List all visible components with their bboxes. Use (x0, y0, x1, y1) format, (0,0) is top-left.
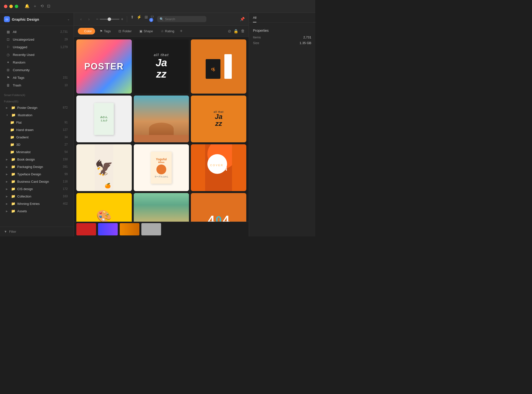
grid-item-jazz[interactable]: all that Jazz (134, 39, 189, 94)
sidebar-item-uncategorized[interactable]: ⊡ Uncategorized 29 (2, 36, 72, 43)
sidebar-item-community[interactable]: ⊞ Community (2, 66, 72, 74)
sidebar-item-all-tags[interactable]: ⚑ All Tags 151 (2, 74, 72, 81)
folder-gradient[interactable]: 📁 Gradient 34 (2, 134, 72, 141)
sidebar-item-all[interactable]: ▦ All 2,731 (2, 28, 72, 35)
folder-icon: 📁 (11, 202, 15, 206)
grid-item-yoguful[interactable]: Yoguful Mikan ヨーグルムかん (134, 144, 189, 191)
sidebar-item-untagged[interactable]: ⚐ Untagged 1,279 (2, 43, 72, 51)
filter-chip-folder-label: Folder (122, 29, 132, 33)
image-grid: POSTER all that Jazz o (76, 39, 246, 222)
folder-illustration[interactable]: ▼ 📁 Illustration (2, 112, 72, 118)
size-row: Size 1.35 GB (253, 41, 311, 45)
folder-icon: 📁 (11, 172, 15, 176)
folder-minimalist[interactable]: 📁 Minimalist 54 (2, 148, 72, 155)
grid-item-oj[interactable]: oj. (191, 39, 246, 94)
grid-item-milk[interactable]: みかんミルク (76, 96, 132, 142)
properties-title: Properties (253, 29, 311, 33)
zoom-slider[interactable] (100, 19, 119, 20)
add-filter-button[interactable]: + (180, 29, 183, 34)
folder-poster-design[interactable]: ▶ 📁 Poster Design 872 (2, 104, 72, 111)
zoom-minus-button[interactable]: − (96, 17, 98, 21)
tab-all[interactable]: All (253, 16, 256, 22)
chevron-down-icon: ▼ (6, 114, 8, 116)
filter-edit-icon[interactable]: ⊘ (228, 29, 231, 33)
folder-typeface-design[interactable]: ▶ 📁 Typeface Design 99 (2, 171, 72, 178)
chevron-right-icon: ▶ (6, 195, 8, 198)
tags-icon: ⚑ (6, 76, 10, 80)
chevron-right-icon: ▶ (6, 158, 8, 161)
folder-book-design[interactable]: ▶ 📁 Book design 150 (2, 156, 72, 163)
folder-icon: 📁 (10, 135, 14, 139)
grid-item-cover-design[interactable]: COVER DESIGN (191, 144, 246, 191)
forward-button[interactable]: › (86, 16, 92, 22)
filter-chip-color[interactable]: ● Color (78, 28, 95, 34)
main-layout: 🗂 Graphic Design ⌄ ▦ All 2,731 ⊡ Uncateg… (0, 13, 315, 236)
sidebar-item-recently-used[interactable]: ◷ Recently Used (2, 51, 72, 58)
jazz-image: all that Jazz (134, 39, 189, 94)
bottom-thumbnail-1[interactable] (76, 223, 96, 235)
items-row: Items 2,731 (253, 35, 311, 39)
items-value: 2,731 (303, 35, 311, 39)
folder-3d[interactable]: 📁 3D 27 (2, 141, 72, 148)
grid-item-404[interactable]: 4 0 4 404 Error (191, 193, 246, 222)
bottom-thumbnail-4[interactable] (141, 223, 161, 235)
bottom-thumbnail-2[interactable] (98, 223, 118, 235)
close-button[interactable] (4, 5, 7, 8)
grid-item-landscape[interactable] (134, 193, 189, 222)
chevron-right-icon: ▶ (6, 106, 8, 109)
filter-chip-rating[interactable]: ☆ Rating (158, 28, 178, 34)
fullscreen-button[interactable] (15, 5, 18, 8)
sidebar-item-random[interactable]: ✦ Random (2, 59, 72, 66)
right-panel-content: Properties Items 2,731 Size 1.35 GB (249, 23, 315, 51)
bell-icon[interactable]: 🔔 (25, 4, 30, 9)
right-panel-tabs: All (249, 13, 315, 23)
plus-icon[interactable]: ＋ (33, 4, 37, 9)
folder-business-card-design[interactable]: ▶ 📁 Business Card Design 116 (2, 178, 72, 185)
delete-filter-icon[interactable]: 🗑 (241, 29, 245, 33)
filter-button[interactable]: ▼ Filter (4, 230, 70, 233)
grid-item-jazz2[interactable]: all that Jazz (191, 96, 246, 142)
filter-chip-tags[interactable]: ⚑ Tags (97, 28, 114, 34)
sidebar-toggle-icon[interactable]: ⊡ (47, 4, 50, 9)
folder-icon: 📁 (11, 187, 15, 191)
content-area: ‹ › − + ⬆ ⚡ ⊞ ▽ 1 🔍 (74, 13, 249, 236)
grid-item-desert[interactable] (134, 96, 189, 142)
grid-item-poster[interactable]: POSTER (76, 39, 132, 94)
sidebar: 🗂 Graphic Design ⌄ ▦ All 2,731 ⊡ Uncateg… (0, 13, 74, 236)
folder-icon: 📁 (11, 165, 15, 169)
folder-packaging-design[interactable]: ▶ 📁 Packaging Design 391 (2, 163, 72, 170)
folder-assets[interactable]: ▶ 📁 Assets (2, 208, 72, 214)
view-icon[interactable]: ⊞ (145, 15, 148, 23)
filter-chip-shape[interactable]: ▣ Shape (136, 28, 156, 34)
toolbar-nav: ‹ › (78, 16, 92, 22)
back-button[interactable]: ‹ (78, 16, 84, 22)
zoom-plus-button[interactable]: + (121, 17, 123, 21)
lock-icon[interactable]: 🔒 (233, 29, 238, 33)
filter-chip-folder[interactable]: ⊡ Folder (115, 28, 135, 34)
orange-bird-image: 🦅 🍊 (76, 144, 132, 191)
bottom-thumbnail-3[interactable] (120, 223, 139, 235)
minimize-button[interactable] (9, 5, 13, 8)
folder-flat[interactable]: 📁 Flat 91 (2, 119, 72, 126)
filter-icon-wrapper: ▽ 1 (151, 15, 155, 23)
pin-icon[interactable]: 📌 (240, 17, 245, 21)
grid-item-illustration2[interactable]: 🎨 (76, 193, 132, 222)
smart-folders-header: Smart Folders(4) (0, 91, 74, 98)
bottom-strip (74, 222, 249, 236)
folder-winning-entries[interactable]: ▶ 📁 Winning Entries 402 (2, 200, 72, 207)
share-icon[interactable]: ⬆ (131, 15, 134, 23)
lightning-icon[interactable]: ⚡ (137, 15, 142, 23)
color-dot-icon: ● (81, 29, 83, 33)
sidebar-item-trash[interactable]: 🗑 Trash 10 (2, 82, 72, 89)
folder-hand-drawn[interactable]: 📁 Hand drawn 127 (2, 126, 72, 133)
refresh-icon[interactable]: ⟲ (40, 4, 44, 9)
search-icon: 🔍 (160, 17, 164, 21)
filter-actions: ⊘ 🔒 🗑 (228, 29, 245, 33)
folder-cis-design[interactable]: ▶ 📁 CIS design 172 (2, 185, 72, 192)
cover-design-image: COVER DESIGN (191, 144, 246, 191)
search-input[interactable] (165, 17, 204, 21)
search-box[interactable]: 🔍 (157, 16, 206, 22)
folder-collection[interactable]: ▶ 📁 Collection 163 (2, 193, 72, 200)
grid-item-orange-bird[interactable]: 🦅 🍊 (76, 144, 132, 191)
untagged-icon: ⚐ (6, 45, 10, 49)
